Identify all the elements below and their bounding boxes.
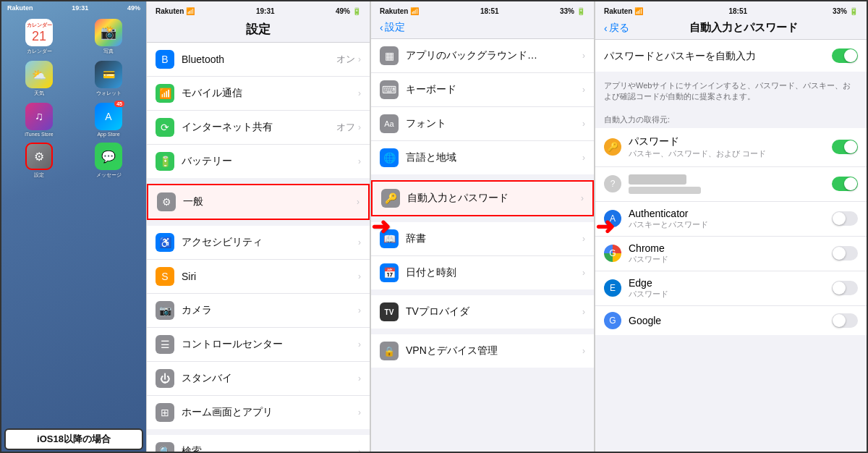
p3-autofill-item[interactable]: 🔑 自動入力とパスワード › bbox=[373, 182, 592, 215]
phone1-statusbar: Rakuten 19:31 49% bbox=[1, 1, 146, 13]
general-icon: ⚙ bbox=[157, 192, 176, 211]
p3-battery-icon: 🔋 bbox=[576, 7, 585, 15]
homescreen-icon: ⊞ bbox=[156, 403, 174, 422]
siri-label: Siri bbox=[182, 271, 358, 282]
p2-standby-item[interactable]: ⏻ スタンバイ › bbox=[147, 362, 370, 396]
bg-icon: ▦ bbox=[380, 46, 399, 65]
p4-chrome-label: Chrome bbox=[629, 242, 832, 254]
autofill-label: 自動入力とパスワード bbox=[407, 192, 581, 205]
weather-app[interactable]: ⛅ 天気 bbox=[23, 61, 55, 97]
p2-accessibility-item[interactable]: ♿ アクセシビリティ › bbox=[147, 226, 370, 260]
bluetooth-icon: B bbox=[156, 50, 174, 69]
itunes-app[interactable]: ♫ iTunes Store bbox=[23, 103, 55, 137]
p4-password-item[interactable]: 🔑 パスワード パスキー、パスワード、および コード bbox=[595, 128, 867, 167]
p3-lang-item[interactable]: 🌐 言語と地域 › bbox=[371, 141, 594, 174]
p4-sources-header: 自動入力の取得元: bbox=[595, 109, 867, 128]
p2-search-section: 🔍 検索 › bbox=[147, 435, 370, 453]
p2-section2-highlighted: ⚙ 一般 › bbox=[147, 184, 370, 220]
settings-app[interactable]: ⚙ 設定 bbox=[23, 143, 55, 179]
tv-label: TVプロバイダ bbox=[406, 305, 582, 318]
control-label: コントロールセンター bbox=[182, 338, 358, 351]
p2-control-item[interactable]: ☰ コントロールセンター › bbox=[147, 328, 370, 362]
battery-label: バッテリー bbox=[182, 155, 358, 168]
p4-password-content: パスワード パスキー、パスワード、および コード bbox=[629, 135, 832, 159]
autofill-icon: 🔑 bbox=[381, 189, 400, 208]
p4-chrome-item[interactable]: G Chrome パスワード bbox=[595, 237, 867, 271]
chrome-icon: G bbox=[604, 245, 621, 262]
tv-icon: TV bbox=[380, 302, 399, 321]
caption-text: iOS18以降の場合 bbox=[37, 433, 111, 444]
wallet-app[interactable]: 💳 ウォレット bbox=[93, 61, 124, 97]
p2-settings-list: B Bluetooth オン › 📶 モバイル通信 › ⟳ インターネ bbox=[147, 43, 370, 453]
p4-blurred-item[interactable]: ? blurred blurred bbox=[595, 167, 867, 202]
p3-vpn-item[interactable]: 🔒 VPNとデバイス管理 › bbox=[371, 334, 594, 368]
p4-password-toggle[interactable] bbox=[832, 140, 858, 154]
appstore-app[interactable]: A 45 App Store bbox=[93, 103, 124, 137]
p4-auth-label: Authenticator bbox=[629, 208, 832, 219]
p2-bluetooth-item[interactable]: B Bluetooth オン › bbox=[147, 43, 370, 77]
calendar-label: カレンダー bbox=[27, 48, 52, 55]
p2-title: 設定 bbox=[156, 21, 361, 38]
p4-google-item[interactable]: G Google bbox=[595, 306, 867, 335]
p3-statusbar: Rakuten 📶 18:51 33% 🔋 bbox=[371, 1, 594, 18]
p4-back-button[interactable]: ‹ 戻る bbox=[604, 22, 629, 35]
standby-icon: ⏻ bbox=[156, 369, 174, 388]
p3-back-label: 設定 bbox=[385, 21, 405, 34]
p3-wifi-icon: 📶 bbox=[410, 7, 419, 15]
weather-label: 天気 bbox=[34, 90, 44, 97]
p4-edge-item[interactable]: E Edge パスワード bbox=[595, 271, 867, 306]
p2-section3: ♿ アクセシビリティ › S Siri › 📷 カメラ › bbox=[147, 226, 370, 429]
p3-bg-item[interactable]: ▦ アプリのバックグラウンド… › bbox=[371, 39, 594, 73]
p3-tv-item[interactable]: TV TVプロバイダ › bbox=[371, 295, 594, 329]
p4-title: 自動入力とパスワード bbox=[629, 21, 858, 35]
mobile-label: モバイル通信 bbox=[182, 87, 358, 100]
p4-blurred-label: blurred bbox=[629, 174, 686, 185]
datetime-label: 日付と時刻 bbox=[406, 266, 582, 279]
p2-general-item[interactable]: ⚙ 一般 › bbox=[148, 185, 368, 219]
p4-auth-toggle[interactable] bbox=[832, 211, 858, 226]
photos-app[interactable]: 📸 写真 bbox=[93, 19, 124, 55]
p4-authenticator-item[interactable]: A Authenticator パスキーとパスワード bbox=[595, 202, 867, 237]
p4-edge-toggle[interactable] bbox=[832, 281, 858, 295]
p3-fonts-item[interactable]: Aa フォント › bbox=[371, 107, 594, 141]
camera-icon: 📷 bbox=[156, 301, 174, 320]
p4-autofill-toggle[interactable] bbox=[832, 48, 858, 63]
p3-section-tv: TV TVプロバイダ › bbox=[371, 295, 594, 329]
p2-battery: 49% bbox=[336, 7, 350, 15]
standby-label: スタンバイ bbox=[182, 372, 358, 385]
calendar-app[interactable]: カレンダー 21 カレンダー bbox=[23, 19, 55, 55]
p4-back-chevron: ‹ bbox=[604, 22, 608, 34]
p3-keyboard-item[interactable]: ⌨ キーボード › bbox=[371, 73, 594, 107]
messages-app[interactable]: 💬 メッセージ bbox=[93, 143, 124, 179]
p2-search-item[interactable]: 🔍 検索 › bbox=[147, 435, 370, 453]
p3-list: ▦ アプリのバックグラウンド… › ⌨ キーボード › Aa フォント bbox=[371, 39, 594, 453]
p2-mobile-item[interactable]: 📶 モバイル通信 › bbox=[147, 77, 370, 111]
p4-autofill-toggle-item[interactable]: パスワードとパスキーを自動入力 bbox=[595, 40, 867, 72]
mobile-icon: 📶 bbox=[156, 84, 174, 103]
phone1-homescreen: Rakuten 19:31 49% カレンダー 21 カレンダー 📸 bbox=[1, 1, 146, 453]
p4-google-label: Google bbox=[629, 315, 832, 326]
p4-chrome-toggle[interactable] bbox=[832, 246, 858, 261]
p4-password-sub: パスキー、パスワード、および コード bbox=[629, 148, 832, 159]
p2-hotspot-item[interactable]: ⟳ インターネット共有 オフ › bbox=[147, 111, 370, 145]
search-label: 検索 bbox=[182, 445, 358, 453]
p2-battery-item[interactable]: 🔋 バッテリー › bbox=[147, 145, 370, 178]
dict-label: 辞書 bbox=[406, 232, 582, 245]
p3-section-vpn: 🔒 VPNとデバイス管理 › bbox=[371, 334, 594, 368]
p4-google-toggle[interactable] bbox=[832, 313, 858, 328]
p2-siri-item[interactable]: S Siri › bbox=[147, 260, 370, 294]
p3-carrier: Rakuten bbox=[380, 7, 408, 15]
p4-auth-sub: パスキーとパスワード bbox=[629, 219, 832, 230]
p3-back-button[interactable]: ‹ 設定 bbox=[380, 21, 405, 34]
p2-wifi-icon: 📶 bbox=[186, 7, 195, 15]
phone3-general: Rakuten 📶 18:51 33% 🔋 ‹ 設定 bbox=[370, 1, 595, 453]
appstore-label: App Store bbox=[97, 132, 119, 137]
p4-blurred-toggle[interactable] bbox=[832, 177, 858, 191]
p3-datetime-item[interactable]: 📅 日付と時刻 › bbox=[371, 256, 594, 289]
p2-homescreen-item[interactable]: ⊞ ホーム画面とアプリ › bbox=[147, 396, 370, 429]
p2-camera-item[interactable]: 📷 カメラ › bbox=[147, 294, 370, 328]
p4-auth-content: Authenticator パスキーとパスワード bbox=[629, 208, 832, 230]
p3-dict-item[interactable]: 📖 辞書 › bbox=[371, 222, 594, 256]
p4-edge-sub: パスワード bbox=[629, 289, 832, 300]
fonts-label: フォント bbox=[406, 117, 582, 130]
